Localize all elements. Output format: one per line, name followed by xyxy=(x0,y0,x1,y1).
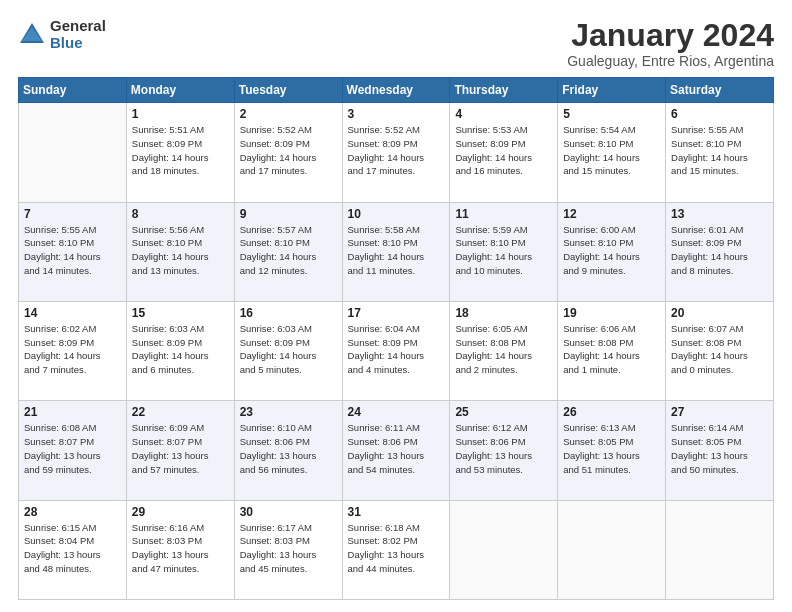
calendar-cell: 12Sunrise: 6:00 AM Sunset: 8:10 PM Dayli… xyxy=(558,202,666,301)
daylight-continuation: and 0 minutes. xyxy=(671,363,768,377)
day-number: 2 xyxy=(240,107,337,121)
daylight-continuation: and 15 minutes. xyxy=(563,164,660,178)
day-info: Sunrise: 6:00 AM Sunset: 8:10 PM Dayligh… xyxy=(563,223,660,278)
daylight-continuation: and 59 minutes. xyxy=(24,463,121,477)
day-info: Sunrise: 6:13 AM Sunset: 8:05 PM Dayligh… xyxy=(563,421,660,476)
day-info: Sunrise: 5:57 AM Sunset: 8:10 PM Dayligh… xyxy=(240,223,337,278)
day-info: Sunrise: 5:55 AM Sunset: 8:10 PM Dayligh… xyxy=(24,223,121,278)
daylight-continuation: and 47 minutes. xyxy=(132,562,229,576)
day-number: 6 xyxy=(671,107,768,121)
day-number: 12 xyxy=(563,207,660,221)
day-info: Sunrise: 6:05 AM Sunset: 8:08 PM Dayligh… xyxy=(455,322,552,377)
daylight-continuation: and 8 minutes. xyxy=(671,264,768,278)
daylight-continuation: and 13 minutes. xyxy=(132,264,229,278)
col-header-saturday: Saturday xyxy=(666,78,774,103)
calendar-table: SundayMondayTuesdayWednesdayThursdayFrid… xyxy=(18,77,774,600)
week-row: 21Sunrise: 6:08 AM Sunset: 8:07 PM Dayli… xyxy=(19,401,774,500)
day-info: Sunrise: 6:03 AM Sunset: 8:09 PM Dayligh… xyxy=(240,322,337,377)
daylight-continuation: and 11 minutes. xyxy=(348,264,445,278)
title-block: January 2024 Gualeguay, Entre Rios, Arge… xyxy=(567,18,774,69)
logo-icon xyxy=(18,21,46,49)
calendar-cell xyxy=(558,500,666,599)
daylight-continuation: and 7 minutes. xyxy=(24,363,121,377)
calendar-cell: 8Sunrise: 5:56 AM Sunset: 8:10 PM Daylig… xyxy=(126,202,234,301)
day-info: Sunrise: 5:56 AM Sunset: 8:10 PM Dayligh… xyxy=(132,223,229,278)
calendar-cell: 7Sunrise: 5:55 AM Sunset: 8:10 PM Daylig… xyxy=(19,202,127,301)
day-info: Sunrise: 5:58 AM Sunset: 8:10 PM Dayligh… xyxy=(348,223,445,278)
logo: General Blue xyxy=(18,18,106,51)
day-info: Sunrise: 5:55 AM Sunset: 8:10 PM Dayligh… xyxy=(671,123,768,178)
day-info: Sunrise: 6:17 AM Sunset: 8:03 PM Dayligh… xyxy=(240,521,337,576)
col-header-sunday: Sunday xyxy=(19,78,127,103)
day-number: 8 xyxy=(132,207,229,221)
day-info: Sunrise: 6:14 AM Sunset: 8:05 PM Dayligh… xyxy=(671,421,768,476)
day-info: Sunrise: 6:18 AM Sunset: 8:02 PM Dayligh… xyxy=(348,521,445,576)
calendar-cell: 25Sunrise: 6:12 AM Sunset: 8:06 PM Dayli… xyxy=(450,401,558,500)
daylight-continuation: and 50 minutes. xyxy=(671,463,768,477)
week-row: 14Sunrise: 6:02 AM Sunset: 8:09 PM Dayli… xyxy=(19,301,774,400)
calendar-cell: 10Sunrise: 5:58 AM Sunset: 8:10 PM Dayli… xyxy=(342,202,450,301)
calendar-cell xyxy=(450,500,558,599)
daylight-continuation: and 44 minutes. xyxy=(348,562,445,576)
col-header-friday: Friday xyxy=(558,78,666,103)
calendar-cell: 19Sunrise: 6:06 AM Sunset: 8:08 PM Dayli… xyxy=(558,301,666,400)
day-number: 3 xyxy=(348,107,445,121)
day-number: 4 xyxy=(455,107,552,121)
daylight-continuation: and 2 minutes. xyxy=(455,363,552,377)
daylight-continuation: and 51 minutes. xyxy=(563,463,660,477)
day-number: 14 xyxy=(24,306,121,320)
day-info: Sunrise: 5:51 AM Sunset: 8:09 PM Dayligh… xyxy=(132,123,229,178)
calendar-cell: 1Sunrise: 5:51 AM Sunset: 8:09 PM Daylig… xyxy=(126,103,234,202)
day-number: 7 xyxy=(24,207,121,221)
calendar-cell: 29Sunrise: 6:16 AM Sunset: 8:03 PM Dayli… xyxy=(126,500,234,599)
calendar-cell: 27Sunrise: 6:14 AM Sunset: 8:05 PM Dayli… xyxy=(666,401,774,500)
calendar-cell: 22Sunrise: 6:09 AM Sunset: 8:07 PM Dayli… xyxy=(126,401,234,500)
calendar-cell: 21Sunrise: 6:08 AM Sunset: 8:07 PM Dayli… xyxy=(19,401,127,500)
day-number: 1 xyxy=(132,107,229,121)
calendar-cell: 15Sunrise: 6:03 AM Sunset: 8:09 PM Dayli… xyxy=(126,301,234,400)
day-number: 30 xyxy=(240,505,337,519)
day-info: Sunrise: 6:15 AM Sunset: 8:04 PM Dayligh… xyxy=(24,521,121,576)
day-info: Sunrise: 6:08 AM Sunset: 8:07 PM Dayligh… xyxy=(24,421,121,476)
header: General Blue January 2024 Gualeguay, Ent… xyxy=(18,18,774,69)
day-number: 13 xyxy=(671,207,768,221)
daylight-continuation: and 54 minutes. xyxy=(348,463,445,477)
week-row: 1Sunrise: 5:51 AM Sunset: 8:09 PM Daylig… xyxy=(19,103,774,202)
day-number: 27 xyxy=(671,405,768,419)
daylight-continuation: and 48 minutes. xyxy=(24,562,121,576)
calendar-cell: 26Sunrise: 6:13 AM Sunset: 8:05 PM Dayli… xyxy=(558,401,666,500)
day-number: 19 xyxy=(563,306,660,320)
day-number: 31 xyxy=(348,505,445,519)
daylight-continuation: and 45 minutes. xyxy=(240,562,337,576)
col-header-tuesday: Tuesday xyxy=(234,78,342,103)
page: General Blue January 2024 Gualeguay, Ent… xyxy=(0,0,792,612)
logo-blue: Blue xyxy=(50,35,106,52)
day-number: 24 xyxy=(348,405,445,419)
day-number: 25 xyxy=(455,405,552,419)
calendar-cell: 13Sunrise: 6:01 AM Sunset: 8:09 PM Dayli… xyxy=(666,202,774,301)
calendar-cell: 23Sunrise: 6:10 AM Sunset: 8:06 PM Dayli… xyxy=(234,401,342,500)
day-number: 16 xyxy=(240,306,337,320)
daylight-continuation: and 56 minutes. xyxy=(240,463,337,477)
calendar-header-row: SundayMondayTuesdayWednesdayThursdayFrid… xyxy=(19,78,774,103)
daylight-continuation: and 1 minute. xyxy=(563,363,660,377)
daylight-continuation: and 17 minutes. xyxy=(348,164,445,178)
daylight-continuation: and 16 minutes. xyxy=(455,164,552,178)
daylight-continuation: and 6 minutes. xyxy=(132,363,229,377)
day-number: 5 xyxy=(563,107,660,121)
day-number: 28 xyxy=(24,505,121,519)
calendar-cell: 2Sunrise: 5:52 AM Sunset: 8:09 PM Daylig… xyxy=(234,103,342,202)
daylight-continuation: and 15 minutes. xyxy=(671,164,768,178)
day-number: 23 xyxy=(240,405,337,419)
calendar-cell: 16Sunrise: 6:03 AM Sunset: 8:09 PM Dayli… xyxy=(234,301,342,400)
calendar-cell: 31Sunrise: 6:18 AM Sunset: 8:02 PM Dayli… xyxy=(342,500,450,599)
daylight-continuation: and 53 minutes. xyxy=(455,463,552,477)
daylight-continuation: and 57 minutes. xyxy=(132,463,229,477)
daylight-continuation: and 18 minutes. xyxy=(132,164,229,178)
calendar-cell: 24Sunrise: 6:11 AM Sunset: 8:06 PM Dayli… xyxy=(342,401,450,500)
calendar-cell: 3Sunrise: 5:52 AM Sunset: 8:09 PM Daylig… xyxy=(342,103,450,202)
calendar-cell xyxy=(19,103,127,202)
day-info: Sunrise: 5:54 AM Sunset: 8:10 PM Dayligh… xyxy=(563,123,660,178)
day-number: 20 xyxy=(671,306,768,320)
day-number: 10 xyxy=(348,207,445,221)
